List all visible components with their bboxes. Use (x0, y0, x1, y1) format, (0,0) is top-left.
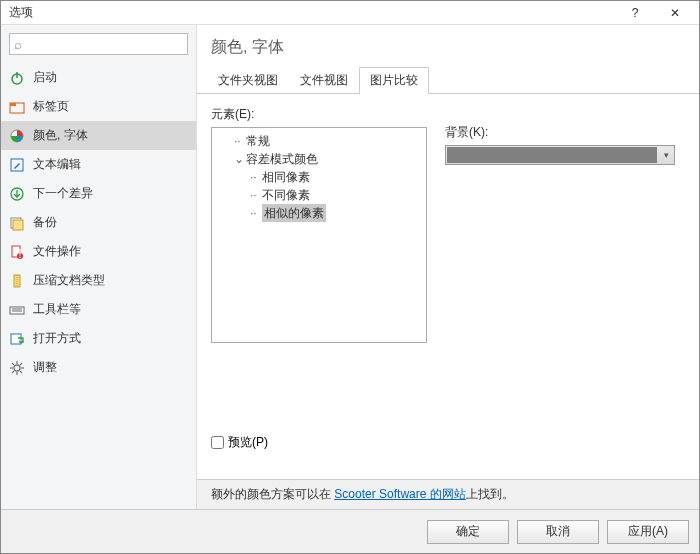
nav-text-edit[interactable]: 文本编辑 (1, 150, 196, 179)
nav-tabs[interactable]: 标签页 (1, 92, 196, 121)
nav-list: 启动 标签页 颜色, 字体 文本编辑 下一个差异 备份 (1, 63, 196, 509)
backup-icon (9, 215, 25, 231)
nav-startup[interactable]: 启动 (1, 63, 196, 92)
preview-checkbox[interactable] (211, 436, 224, 449)
nav-tweaks[interactable]: 调整 (1, 353, 196, 382)
svg-text:!: ! (18, 247, 21, 260)
pencil-icon (9, 157, 25, 173)
svg-rect-8 (13, 220, 23, 230)
nav-backup[interactable]: 备份 (1, 208, 196, 237)
keyboard-icon (9, 302, 25, 318)
footer-text: 额外的颜色方案可以在 Scooter Software 的网站上找到。 (197, 479, 699, 509)
tree-node-similar[interactable]: ··相似的像素 (250, 204, 326, 222)
nav-label: 标签页 (33, 98, 69, 115)
titlebar: 选项 ? ✕ (1, 1, 699, 25)
nav-label: 工具栏等 (33, 301, 81, 318)
tree-node-same[interactable]: ··相同像素 (250, 168, 310, 186)
nav-label: 启动 (33, 69, 57, 86)
nav-file-ops[interactable]: ! 文件操作 (1, 237, 196, 266)
svg-line-25 (12, 371, 14, 373)
apply-button[interactable]: 应用(A) (607, 520, 689, 544)
nav-label: 文本编辑 (33, 156, 81, 173)
cancel-button[interactable]: 取消 (517, 520, 599, 544)
nav-label: 打开方式 (33, 330, 81, 347)
button-bar: 确定 取消 应用(A) (1, 509, 699, 553)
nav-label: 备份 (33, 214, 57, 231)
content: 颜色, 字体 文件夹视图 文件视图 图片比较 元素(E): ··常规 ⌄容差模式… (197, 25, 699, 509)
svg-line-23 (12, 363, 14, 365)
background-color-combo[interactable]: ▾ (445, 145, 675, 165)
tab-folder-view[interactable]: 文件夹视图 (207, 67, 289, 94)
nav-toolbar[interactable]: 工具栏等 (1, 295, 196, 324)
svg-rect-17 (11, 334, 21, 344)
file-ops-icon: ! (9, 244, 25, 260)
tree-node-general[interactable]: ··常规 (234, 132, 270, 150)
search-input-wrapper[interactable]: ⌕ (9, 33, 188, 55)
svg-line-24 (20, 371, 22, 373)
help-button[interactable]: ? (615, 2, 655, 24)
nav-label: 下一个差异 (33, 185, 93, 202)
svg-line-26 (20, 363, 22, 365)
scooter-link[interactable]: Scooter Software 的网站 (334, 487, 465, 501)
sidebar: ⌕ 启动 标签页 颜色, 字体 文本编辑 下一个差异 (1, 25, 197, 509)
nav-label: 颜色, 字体 (33, 127, 88, 144)
nav-label: 调整 (33, 359, 57, 376)
gear-icon (9, 360, 25, 376)
tree-node-diff[interactable]: ··不同像素 (250, 186, 310, 204)
page-title: 颜色, 字体 (197, 25, 699, 66)
tab-file-view[interactable]: 文件视图 (289, 67, 359, 94)
svg-point-18 (14, 365, 20, 371)
color-swatch (447, 147, 657, 163)
open-with-icon (9, 331, 25, 347)
power-icon (9, 70, 25, 86)
close-button[interactable]: ✕ (655, 2, 695, 24)
tab-bar: 文件夹视图 文件视图 图片比较 (197, 66, 699, 94)
tree-node-tolerance[interactable]: ⌄容差模式颜色 (234, 150, 318, 168)
arrow-down-icon (9, 186, 25, 202)
window-title: 选项 (9, 4, 615, 21)
nav-archive[interactable]: 压缩文档类型 (1, 266, 196, 295)
element-tree[interactable]: ··常规 ⌄容差模式颜色 ··相同像素 ··不同像素 ··相似的像素 (211, 127, 427, 343)
tab-panel: 元素(E): ··常规 ⌄容差模式颜色 ··相同像素 ··不同像素 ··相似的像… (197, 94, 699, 479)
chevron-down-icon: ▾ (658, 146, 674, 164)
tab-picture-compare[interactable]: 图片比较 (359, 67, 429, 94)
search-icon: ⌕ (14, 37, 22, 52)
ok-button[interactable]: 确定 (427, 520, 509, 544)
svg-rect-3 (10, 103, 16, 106)
preview-label: 预览(P) (228, 434, 268, 451)
background-label: 背景(K): (445, 124, 685, 141)
preview-row: 预览(P) (211, 434, 268, 451)
nav-open-with[interactable]: 打开方式 (1, 324, 196, 353)
nav-label: 压缩文档类型 (33, 272, 105, 289)
search-input[interactable] (24, 37, 183, 51)
tab-icon (9, 99, 25, 115)
palette-icon (9, 128, 25, 144)
nav-colors-fonts[interactable]: 颜色, 字体 (1, 121, 196, 150)
nav-label: 文件操作 (33, 243, 81, 260)
nav-next-diff[interactable]: 下一个差异 (1, 179, 196, 208)
zip-icon (9, 273, 25, 289)
element-label: 元素(E): (211, 106, 427, 123)
main: ⌕ 启动 标签页 颜色, 字体 文本编辑 下一个差异 (1, 25, 699, 509)
